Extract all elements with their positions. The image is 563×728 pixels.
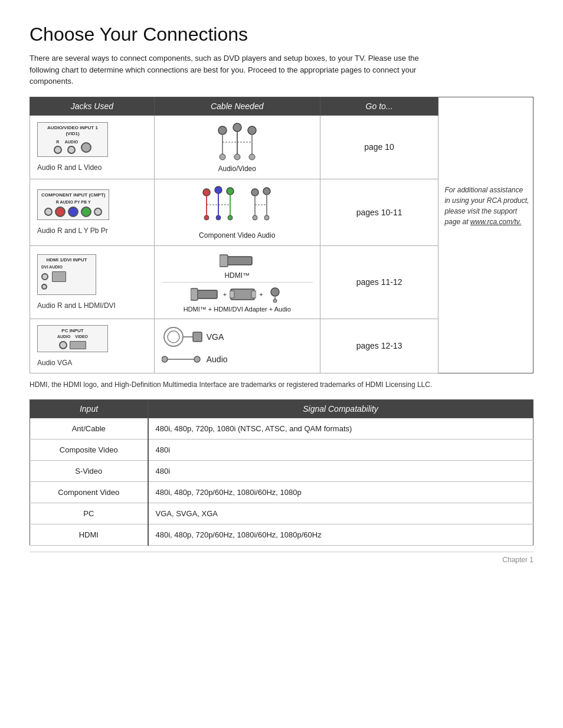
signal-col1-header: Input (30, 399, 148, 418)
jacks-cell-2: COMPONENT INPUT (CMPT) R AUDIOPYPBY Audi… (30, 179, 155, 245)
svg-point-15 (216, 215, 221, 220)
svg-point-5 (234, 154, 240, 160)
hdmi-cable2-icon (191, 286, 220, 303)
cable-label-1: Audio/Video (162, 165, 313, 173)
jacks-cell-4: PC INPUT AUDIO VIDEO Audio VGA (30, 319, 155, 373)
table-row: PC VGA, SVGA, XGA (30, 503, 533, 524)
vga-label: VGA (207, 332, 224, 342)
hdmi-label: HDMI™ (162, 271, 313, 280)
hdmi-cable-icon (220, 252, 255, 270)
cable-cell-2: Component Video Audio (154, 179, 320, 245)
svg-point-24 (264, 215, 269, 220)
svg-point-2 (220, 154, 225, 160)
signal-value-cell: 480i (148, 439, 533, 460)
col-header-cable: Cable Needed (154, 97, 320, 115)
audio-label-4: Audio (207, 355, 228, 364)
jacks-label-2: Audio R and L Y Pb Pr (37, 227, 147, 235)
svg-point-16 (227, 188, 234, 195)
goto-cell-1: page 10 (320, 115, 438, 179)
signal-input-cell: HDMI (30, 524, 148, 545)
table-row: COMPONENT INPUT (CMPT) R AUDIOPYPBY Audi… (30, 179, 533, 245)
svg-point-43 (194, 356, 200, 362)
svg-rect-28 (220, 255, 228, 267)
svg-rect-30 (191, 288, 198, 300)
svg-point-22 (263, 188, 270, 195)
table-row: Ant/Cable 480i, 480p, 720p, 1080i (NTSC,… (30, 418, 533, 439)
svg-point-19 (251, 189, 258, 196)
signal-input-cell: Component Video (30, 481, 148, 503)
audio-cable2-icon (266, 286, 284, 303)
svg-point-34 (271, 288, 279, 296)
svg-point-21 (253, 215, 257, 220)
signal-value-cell: 480i (148, 460, 533, 481)
goto-cell-3: pages 11-12 (320, 245, 438, 319)
cable-cell-1: Audio/Video (154, 115, 320, 179)
signal-value-cell: 480i, 480p, 720p/60Hz, 1080i/60Hz, 1080p (148, 481, 533, 503)
signal-value-cell: VGA, SVGA, XGA (148, 503, 533, 524)
table-row: HDMI 480i, 480p, 720p/60Hz, 1080i/60Hz, … (30, 524, 533, 545)
cable-cell-3: HDMI™ + + (154, 245, 320, 319)
connections-table: Jacks Used Cable Needed Go to... AUDIO/V… (30, 97, 533, 373)
svg-point-6 (248, 126, 256, 135)
col-header-goto: Go to... (320, 97, 438, 115)
footnote-text: HDMI, the HDMI logo, and High-Definition… (30, 379, 533, 390)
signal-col2-header: Signal Compatability (148, 399, 533, 418)
svg-point-18 (228, 215, 233, 220)
signal-input-cell: PC (30, 503, 148, 524)
chapter-footer: Chapter 1 (30, 552, 533, 564)
cable-label-3: HDMI™ + HDMI/DVI Adapter + Audio (162, 306, 313, 313)
svg-rect-40 (193, 332, 202, 342)
jacks-cell-3: HDMI 1/DVI INPUT DVI AUDIO Audio R and L… (30, 245, 155, 319)
cable-cell-4: VGA Audio (154, 319, 320, 373)
signal-input-cell: Composite Video (30, 439, 148, 460)
jack-diagram-3: HDMI 1/DVI INPUT DVI AUDIO (37, 254, 96, 294)
av-cable-icon (211, 122, 264, 163)
svg-rect-33 (251, 291, 256, 298)
signal-value-cell: 480i, 480p, 720p, 1080i (NTSC, ATSC, and… (148, 418, 533, 439)
svg-point-0 (218, 126, 227, 135)
cable-label-2: Component Video Audio (162, 231, 313, 240)
svg-point-13 (215, 186, 222, 194)
intro-text: There are several ways to connect compon… (30, 53, 443, 87)
svg-point-38 (168, 331, 179, 343)
signal-input-cell: S-Video (30, 460, 148, 481)
jacks-label-3: Audio R and L HDMI/DVI (37, 301, 147, 310)
svg-point-12 (204, 215, 209, 220)
rca-link: www.rca.com/tv. (470, 218, 521, 226)
jacks-label-4: Audio VGA (37, 359, 147, 367)
svg-point-37 (164, 327, 183, 346)
table-row: S-Video 480i (30, 460, 533, 481)
dvi-adapter-icon (230, 286, 256, 303)
jack-diagram-4: PC INPUT AUDIO VIDEO (37, 325, 108, 352)
vga-cable-icon (162, 325, 203, 349)
svg-point-42 (162, 356, 168, 362)
goto-cell-4: pages 12-13 (320, 319, 438, 373)
chapter-label: Chapter 1 (502, 556, 533, 564)
plus-sign-2: + (259, 291, 263, 298)
svg-point-10 (203, 189, 210, 196)
component-cable-icon (199, 185, 276, 229)
table-row: AUDIO/VIDEO INPUT 1(VID1) R AUDIO Audio (30, 115, 533, 179)
svg-point-36 (273, 299, 277, 303)
pc-audio-cable-icon (162, 352, 203, 367)
goto-cell-2: pages 10-11 (320, 179, 438, 245)
svg-rect-32 (230, 291, 234, 298)
plus-sign-1: + (223, 291, 227, 298)
page-title: Choose Your Connections (30, 24, 533, 45)
table-row: Composite Video 480i (30, 439, 533, 460)
col-header-jacks: Jacks Used (30, 97, 155, 115)
table-row: HDMI 1/DVI INPUT DVI AUDIO Audio R and L… (30, 245, 533, 319)
side-note-2: For additional assistance in using your … (438, 179, 533, 245)
signal-table: Input Signal Compatability Ant/Cable 480… (30, 399, 533, 546)
svg-point-8 (249, 154, 255, 160)
jacks-cell-1: AUDIO/VIDEO INPUT 1(VID1) R AUDIO Audio (30, 115, 155, 179)
signal-value-cell: 480i, 480p, 720p/60Hz, 1080i/60Hz, 1080p… (148, 524, 533, 545)
table-row: PC INPUT AUDIO VIDEO Audio VGA (30, 319, 533, 373)
table-row: Component Video 480i, 480p, 720p/60Hz, 1… (30, 481, 533, 503)
jacks-label-1: Audio R and L Video (37, 163, 147, 172)
jack-diagram-2: COMPONENT INPUT (CMPT) R AUDIOPYPBY (37, 189, 109, 220)
signal-input-cell: Ant/Cable (30, 418, 148, 439)
jack-diagram-1: AUDIO/VIDEO INPUT 1(VID1) R AUDIO (37, 122, 108, 158)
svg-point-3 (233, 123, 241, 132)
